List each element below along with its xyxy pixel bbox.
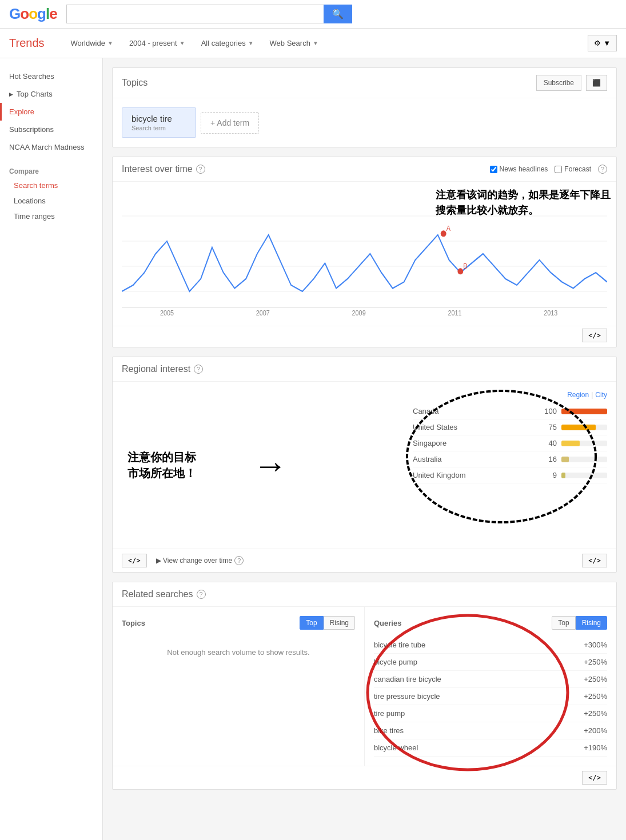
sidebar-item-explore[interactable]: Explore — [0, 103, 102, 121]
region-score: 100 — [540, 407, 557, 415]
query-name: tire pressure bicycle — [374, 692, 440, 701]
chevron-down-icon: ▼ — [603, 39, 611, 47]
region-row: United Kingdom 9 — [413, 467, 607, 483]
queries-top-tab[interactable]: Top — [552, 616, 575, 630]
regional-help-icon[interactable]: ? — [194, 365, 203, 374]
chip-term: bicycle tire — [131, 114, 186, 123]
query-pct: +250% — [584, 675, 607, 683]
svg-point-4 — [441, 230, 446, 237]
queries-rising-tab[interactable]: Rising — [576, 616, 607, 630]
query-row: bicycle pump +250% — [374, 654, 607, 671]
forecast-checkbox-label[interactable]: Forecast — [555, 165, 591, 173]
topics-rising-tab[interactable]: Rising — [324, 616, 355, 630]
sidebar-sub-locations[interactable]: Locations — [0, 193, 102, 209]
sidebar-item-subscriptions[interactable]: Subscriptions — [0, 121, 102, 138]
query-row: tire pump +250% — [374, 705, 607, 722]
region-link[interactable]: Region — [567, 391, 589, 399]
region-bar-fill — [561, 473, 565, 478]
svg-text:2007: 2007 — [256, 309, 270, 317]
search-bar: 🔍 — [66, 5, 352, 23]
city-link[interactable]: City — [595, 391, 607, 399]
regional-header: Regional interest ? — [113, 357, 616, 382]
region-row: Canada 100 — [413, 403, 607, 419]
regional-title: Regional interest — [122, 364, 190, 374]
filter-worldwide[interactable]: Worldwide ▼ — [64, 31, 120, 55]
sidebar-item-ncaa[interactable]: NCAA March Madness — [0, 138, 102, 156]
related-searches-help-icon[interactable]: ? — [197, 590, 206, 599]
query-pct: +200% — [584, 726, 607, 735]
query-name: bicycle pump — [374, 658, 417, 666]
embed-button-left[interactable]: </> — [122, 554, 147, 567]
query-row: bicycle wheel +190% — [374, 739, 607, 757]
region-bar-bg — [561, 409, 607, 414]
region-bar-bg — [561, 425, 607, 430]
query-row: bicycle tire tube +300% — [374, 637, 607, 654]
embed-button[interactable]: </> — [582, 329, 607, 342]
region-name: Australia — [413, 455, 535, 463]
interest-section: Interest over time ? News headlines Fore… — [112, 157, 617, 347]
region-rows: Canada 100 United States 75 Singapore 40… — [413, 403, 607, 483]
chip-label: Search term — [131, 125, 186, 131]
region-bar-fill — [561, 409, 607, 414]
sidebar-item-top-charts[interactable]: Top Charts — [0, 85, 102, 103]
region-bar-bg — [561, 441, 607, 446]
topics-subsection-header: Topics Top Rising — [122, 616, 355, 630]
navbar-brand: Trends — [9, 29, 56, 58]
region-city-links: Region | City — [413, 391, 607, 399]
region-name: Singapore — [413, 439, 535, 447]
filter-type[interactable]: Web Search ▼ — [263, 31, 325, 55]
queries-subsection-title: Queries — [374, 619, 401, 627]
related-right: Queries Top Rising bicycle tire tube +30… — [365, 607, 616, 766]
sidebar-sub-time-ranges[interactable]: Time ranges — [0, 209, 102, 224]
sidebar-item-hot-searches[interactable]: Hot Searches — [0, 67, 102, 85]
annotation-chinese: 注意看该词的趋势，如果是逐年下降且搜索量比较小就放弃。 — [436, 187, 611, 218]
view-change-help-icon[interactable]: ? — [234, 556, 244, 565]
regional-footer: </> ▶ View change over time ? </> — [113, 549, 616, 572]
add-term-button[interactable]: + Add term — [201, 112, 259, 134]
topics-header: Topics Subscribe ⬛ — [113, 68, 616, 98]
share-button[interactable]: ⬛ — [586, 75, 607, 91]
settings-button[interactable]: ⚙ ▼ — [588, 35, 617, 51]
subscribe-button[interactable]: Subscribe — [536, 75, 581, 91]
chart-area: 注意看该词的趋势，如果是逐年下降且搜索量比较小就放弃。 A B — [113, 182, 616, 326]
region-score: 9 — [540, 471, 557, 479]
regional-section: Regional interest ? 注意你的目标市场所在地！ → — [112, 357, 617, 573]
query-pct: +300% — [584, 641, 607, 649]
sidebar-sub-search-terms[interactable]: Search terms — [0, 178, 102, 193]
view-change-button[interactable]: ▶ View change over time ? — [156, 556, 244, 565]
topics-top-tab[interactable]: Top — [300, 616, 323, 630]
topics-actions: Subscribe ⬛ — [536, 75, 607, 91]
chevron-down-icon: ▼ — [248, 40, 254, 46]
chart-footer: </> — [113, 326, 616, 347]
regional-content: 注意你的目标市场所在地！ → Region | City Canada 100 — [113, 382, 616, 549]
navbar: Trends Worldwide ▼ 2004 - present ▼ All … — [0, 29, 626, 58]
topics-content: bicycle tire Search term + Add term — [113, 98, 616, 147]
interest-help-icon[interactable]: ? — [196, 165, 205, 174]
topic-chip-bicycle-tire[interactable]: bicycle tire Search term — [122, 107, 196, 138]
region-bar-bg — [561, 457, 607, 462]
search-input[interactable] — [66, 5, 324, 23]
region-bar-fill — [561, 441, 580, 446]
google-logo[interactable]: Google — [9, 5, 57, 23]
filter-date[interactable]: 2004 - present ▼ — [122, 31, 192, 55]
header: Google 🔍 — [0, 0, 626, 29]
point-b-label: B — [463, 263, 468, 270]
query-row: bike tires +200% — [374, 722, 607, 739]
query-rows: bicycle tire tube +300% bicycle pump +25… — [374, 637, 607, 757]
query-pct: +190% — [584, 743, 607, 752]
forecast-help-icon[interactable]: ? — [598, 165, 607, 174]
region-row: United States 75 — [413, 419, 607, 435]
main-layout: Hot Searches Top Charts Explore Subscrip… — [0, 58, 626, 840]
region-bar-fill — [561, 425, 596, 430]
topics-subsection-title: Topics — [122, 619, 145, 627]
forecast-checkbox[interactable] — [555, 166, 562, 173]
news-headlines-checkbox-label[interactable]: News headlines — [490, 165, 548, 173]
search-button[interactable]: 🔍 — [324, 5, 352, 23]
svg-point-5 — [457, 268, 463, 274]
filter-categories[interactable]: All categories ▼ — [194, 31, 261, 55]
query-row: canadian tire bicycle +250% — [374, 671, 607, 688]
related-embed-button[interactable]: </> — [582, 771, 607, 785]
embed-button-right[interactable]: </> — [582, 554, 607, 567]
compare-section-label: Compare — [0, 165, 102, 178]
news-headlines-checkbox[interactable] — [490, 166, 497, 173]
